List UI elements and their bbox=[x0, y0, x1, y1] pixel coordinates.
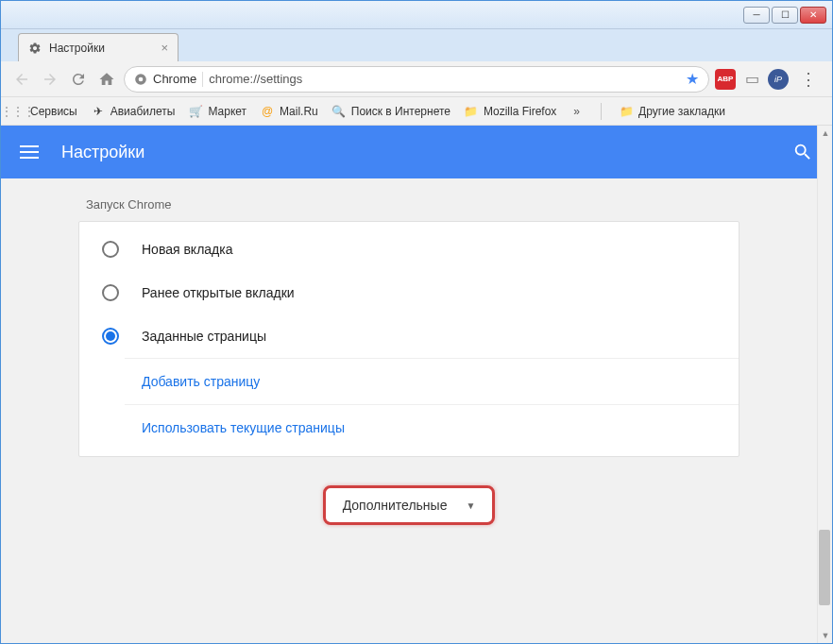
browser-tab[interactable]: Настройки × bbox=[18, 33, 178, 61]
back-button[interactable] bbox=[10, 68, 33, 91]
address-bar[interactable]: Chrome chrome://settings ★ bbox=[124, 66, 709, 93]
gear-icon bbox=[28, 42, 42, 55]
use-current-pages-link[interactable]: Использовать текущие страницы bbox=[125, 405, 739, 450]
omnibox-divider bbox=[202, 72, 203, 87]
scroll-up-icon[interactable]: ▲ bbox=[818, 126, 832, 141]
plane-icon: ✈ bbox=[91, 104, 106, 119]
url-text: chrome://settings bbox=[209, 72, 302, 86]
browser-menu-button[interactable]: ⋮ bbox=[794, 69, 823, 90]
bookmarks-overflow[interactable]: » bbox=[570, 105, 584, 118]
protocol-label: Chrome bbox=[153, 72, 196, 86]
home-icon bbox=[98, 71, 115, 88]
forward-button[interactable] bbox=[39, 68, 61, 91]
add-new-page-link[interactable]: Добавить страницу bbox=[125, 359, 739, 405]
tab-close-icon[interactable]: × bbox=[161, 41, 168, 55]
settings-title: Настройки bbox=[61, 143, 144, 162]
maximize-button[interactable]: ☐ bbox=[772, 7, 798, 24]
reload-icon bbox=[70, 71, 87, 88]
radio-icon bbox=[102, 328, 119, 345]
adblock-extension-icon[interactable]: ABP bbox=[715, 69, 736, 90]
nav-toolbar: Chrome chrome://settings ★ ABP ▭ iP ⋮ bbox=[1, 61, 832, 97]
settings-body: Запуск Chrome Новая вкладка Ранее открыт… bbox=[1, 178, 817, 643]
vertical-scrollbar[interactable]: ▲ ▼ bbox=[817, 126, 832, 643]
scroll-down-icon[interactable]: ▼ bbox=[818, 628, 832, 643]
reload-button[interactable] bbox=[67, 68, 90, 91]
minimize-button[interactable]: ─ bbox=[743, 7, 770, 24]
bookmark-firefox[interactable]: 📁 Mozilla Firefox bbox=[464, 104, 556, 119]
menu-hamburger-icon[interactable] bbox=[20, 142, 39, 162]
bookmarks-bar: ⋮⋮⋮ Сервисы ✈ Авиабилеты 🛒 Маркет @ Mail… bbox=[1, 97, 832, 126]
folder-icon: 📁 bbox=[464, 104, 479, 119]
chrome-logo-icon bbox=[134, 73, 147, 86]
cart-icon: 🛒 bbox=[188, 104, 203, 119]
arrow-left-icon bbox=[13, 71, 30, 88]
mailru-icon: @ bbox=[260, 104, 275, 119]
on-startup-card: Новая вкладка Ранее открытые вкладки Зад… bbox=[78, 221, 740, 457]
settings-header: Настройки bbox=[1, 126, 832, 178]
bookmark-mailru[interactable]: @ Mail.Ru bbox=[260, 104, 318, 119]
radio-icon bbox=[102, 241, 119, 258]
section-on-startup-label: Запуск Chrome bbox=[78, 197, 740, 212]
bookmark-services[interactable]: ⋮⋮⋮ Сервисы bbox=[10, 104, 77, 119]
home-button[interactable] bbox=[95, 68, 118, 91]
radio-open-specific-pages[interactable]: Заданные страницы bbox=[79, 314, 739, 358]
title-bar: ─ ☐ ✕ bbox=[1, 1, 832, 29]
wand-extension-icon[interactable]: ▭ bbox=[741, 69, 762, 90]
chevron-down-icon: ▼ bbox=[466, 500, 475, 511]
advanced-toggle-button[interactable]: Дополнительные ▼ bbox=[323, 485, 496, 525]
bookmark-flights[interactable]: ✈ Авиабилеты bbox=[91, 104, 176, 119]
ip-extension-icon[interactable]: iP bbox=[768, 69, 789, 90]
specific-pages-sublinks: Добавить страницу Использовать текущие с… bbox=[125, 358, 739, 450]
search-icon[interactable] bbox=[792, 142, 813, 162]
arrow-right-icon bbox=[42, 71, 59, 88]
svg-point-1 bbox=[139, 76, 144, 81]
scroll-thumb[interactable] bbox=[819, 530, 830, 605]
bookmarks-separator bbox=[601, 103, 602, 120]
bookmark-market[interactable]: 🛒 Маркет bbox=[188, 104, 246, 119]
content-area: Настройки Запуск Chrome Новая вкладка Ра… bbox=[1, 126, 832, 643]
tab-title: Настройки bbox=[49, 42, 105, 55]
tab-strip: Настройки × bbox=[1, 29, 832, 61]
radio-continue-where-left-off[interactable]: Ранее открытые вкладки bbox=[79, 271, 739, 314]
window: ─ ☐ ✕ Настройки × Chrome chrome://settin… bbox=[0, 0, 833, 644]
apps-grid-icon: ⋮⋮⋮ bbox=[10, 104, 26, 119]
magnifier-icon: 🔍 bbox=[332, 104, 347, 119]
close-window-button[interactable]: ✕ bbox=[800, 7, 826, 24]
bookmark-search-web[interactable]: 🔍 Поиск в Интернете bbox=[332, 104, 450, 119]
advanced-section: Дополнительные ▼ bbox=[1, 485, 817, 525]
bookmark-other[interactable]: 📁 Другие закладки bbox=[619, 104, 725, 119]
bookmark-star-icon[interactable]: ★ bbox=[686, 70, 699, 88]
radio-open-new-tab[interactable]: Новая вкладка bbox=[79, 228, 739, 271]
folder-icon: 📁 bbox=[619, 104, 634, 119]
radio-icon bbox=[102, 284, 119, 301]
